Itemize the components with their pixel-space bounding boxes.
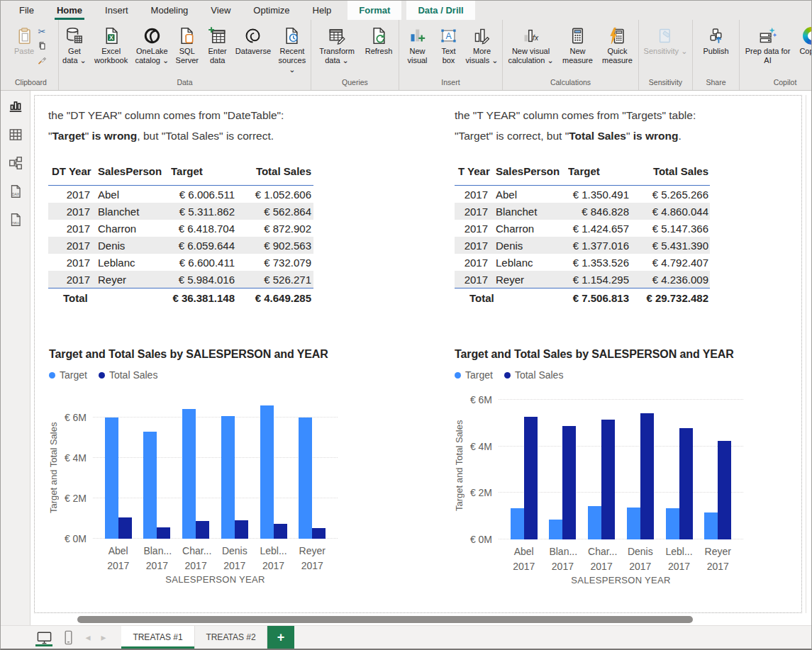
mobile-view-button[interactable] bbox=[56, 626, 80, 649]
ribbon-tab-help[interactable]: Help bbox=[301, 1, 343, 20]
bar-total-sales[interactable] bbox=[562, 426, 576, 539]
ribbon-tab-view[interactable]: View bbox=[199, 1, 242, 20]
bar-total-sales[interactable] bbox=[524, 417, 538, 539]
bar-total-sales[interactable] bbox=[640, 413, 654, 539]
bar-target[interactable] bbox=[627, 508, 640, 539]
new-page-button[interactable]: + bbox=[267, 626, 294, 649]
get-data-button[interactable]: Get data ⌄ bbox=[60, 23, 89, 67]
quick-measure-button[interactable]: Quick measure bbox=[598, 23, 638, 67]
cut-icon[interactable]: ✂ bbox=[35, 26, 48, 37]
enter-data-button[interactable]: Enter data bbox=[203, 23, 232, 67]
bar-total-sales[interactable] bbox=[601, 420, 615, 539]
ribbon-tab-insert[interactable]: Insert bbox=[94, 1, 140, 20]
ribbon-tab-home[interactable]: Home bbox=[45, 1, 94, 20]
chart-visual-1[interactable]: Target and Total Sales by SALESPERSON an… bbox=[42, 348, 361, 595]
table-row[interactable]: 2017Leblanc€ 1.353.526€ 4.792.407 bbox=[455, 254, 710, 271]
report-view-button[interactable] bbox=[6, 97, 25, 116]
dax-query-view-button[interactable]: DAX bbox=[6, 182, 25, 201]
bar-target[interactable] bbox=[182, 409, 196, 539]
bar-target[interactable] bbox=[105, 418, 118, 539]
bar-group bbox=[182, 409, 209, 539]
next-page-arrow[interactable]: ▸ bbox=[96, 625, 111, 649]
legend-item[interactable]: Total Sales bbox=[504, 369, 563, 381]
table-visual-1[interactable]: DT YearSalesPerson▲TargetTotal Sales2017… bbox=[48, 164, 313, 307]
bar-total-sales[interactable] bbox=[718, 441, 731, 539]
table-row[interactable]: 2017Abel€ 6.006.511€ 1.052.606 bbox=[48, 186, 313, 203]
onelake-catalog-button[interactable]: OneLake catalog ⌄ bbox=[133, 23, 171, 67]
prep-data-for-ai-button[interactable]: Prep data for AI bbox=[742, 23, 794, 67]
table-row[interactable]: 2017Charron€ 6.418.704€ 872.902 bbox=[48, 220, 313, 237]
column-header[interactable]: Target bbox=[568, 165, 630, 177]
legend-item[interactable]: Target bbox=[455, 369, 493, 381]
table-row[interactable]: 2017Blanchet€ 846.828€ 4.860.044 bbox=[455, 203, 710, 220]
column-header[interactable]: Target bbox=[171, 165, 236, 177]
excel-workbook-button[interactable]: X Excel workbook bbox=[90, 23, 133, 67]
bar-target[interactable] bbox=[143, 432, 157, 539]
bar-total-sales[interactable] bbox=[679, 428, 693, 539]
format-painter-icon[interactable] bbox=[35, 54, 48, 65]
publish-icon bbox=[706, 25, 725, 47]
bar-target[interactable] bbox=[260, 405, 274, 539]
bar-total-sales[interactable] bbox=[312, 528, 326, 539]
column-header[interactable]: DT Year bbox=[48, 165, 96, 177]
transform-data-button[interactable]: Transform data ⌄ bbox=[313, 23, 360, 67]
bar-target[interactable] bbox=[666, 508, 679, 539]
column-header[interactable]: Total Sales bbox=[630, 165, 710, 177]
ribbon-tab-data-drill[interactable]: Data / Drill bbox=[406, 1, 474, 20]
bar-total-sales[interactable] bbox=[235, 520, 248, 539]
bar-target[interactable] bbox=[588, 506, 601, 539]
bar-total-sales[interactable] bbox=[274, 524, 287, 539]
ribbon-tab-format[interactable]: Format bbox=[347, 1, 401, 20]
bar-total-sales[interactable] bbox=[157, 527, 170, 539]
bar-total-sales[interactable] bbox=[118, 517, 132, 539]
table-row[interactable]: 2017Charron€ 1.424.657€ 5.147.366 bbox=[455, 220, 710, 237]
report-page[interactable]: the "DT YEAR" column comes from "DateTab… bbox=[34, 95, 802, 613]
new-visual-calculation-button[interactable]: fx New visual calculation ⌄ bbox=[504, 23, 558, 67]
legend-item[interactable]: Target bbox=[49, 369, 87, 381]
copilot-button[interactable]: Copilot bbox=[795, 23, 812, 57]
ribbon-tab-optimize[interactable]: Optimize bbox=[242, 1, 301, 20]
table-cell: 2017 bbox=[48, 223, 96, 235]
table-row[interactable]: 2017Leblanc€ 6.600.411€ 732.079 bbox=[48, 254, 313, 271]
column-header[interactable]: SalesPerson▲ bbox=[494, 165, 568, 177]
sql-server-button[interactable]: SQL Server bbox=[172, 23, 202, 67]
ribbon-tab-modeling[interactable]: Modeling bbox=[140, 1, 200, 20]
table-row[interactable]: 2017Reyer€ 5.984.016€ 526.271 bbox=[48, 271, 313, 288]
table-row[interactable]: 2017Denis€ 6.059.644€ 902.563 bbox=[48, 237, 313, 254]
bar-target[interactable] bbox=[549, 520, 562, 539]
more-visuals-button[interactable]: More visuals ⌄ bbox=[464, 23, 501, 67]
table-row[interactable]: 2017Denis€ 1.377.016€ 5.431.390 bbox=[455, 237, 710, 254]
bar-total-sales[interactable] bbox=[196, 521, 209, 539]
dataverse-button[interactable]: Dataverse bbox=[233, 23, 274, 57]
page-tab-treatas-2[interactable]: TREATAS #2 bbox=[194, 626, 267, 649]
model-view-button[interactable] bbox=[6, 154, 25, 172]
ribbon-tab-file[interactable]: File bbox=[8, 1, 45, 20]
publish-button[interactable]: Publish bbox=[698, 23, 735, 57]
table-row[interactable]: 2017Reyer€ 1.154.295€ 4.236.009 bbox=[455, 271, 710, 288]
refresh-button[interactable]: Refresh bbox=[361, 23, 396, 57]
copy-icon[interactable] bbox=[35, 40, 48, 51]
desktop-view-button[interactable] bbox=[32, 626, 56, 649]
chart-visual-2[interactable]: Target and Total Sales by SALESPERSON an… bbox=[447, 348, 767, 595]
bar-target[interactable] bbox=[221, 416, 235, 539]
column-header[interactable]: Total Sales bbox=[236, 165, 313, 177]
tmdl-view-button[interactable]: TMDL bbox=[6, 211, 25, 229]
legend-item[interactable]: Total Sales bbox=[99, 369, 157, 381]
previous-page-arrow[interactable]: ◂ bbox=[80, 625, 96, 649]
table-row[interactable]: 2017Abel€ 1.350.491€ 5.265.266 bbox=[455, 186, 710, 203]
table-row[interactable]: 2017Blanchet€ 5.311.862€ 562.864 bbox=[48, 203, 313, 220]
table-visual-2[interactable]: T YearSalesPerson▲TargetTotal Sales2017A… bbox=[455, 164, 710, 307]
text-box-button[interactable]: A Text box bbox=[435, 23, 463, 67]
horizontal-scrollbar[interactable] bbox=[77, 616, 693, 623]
bar-target[interactable] bbox=[511, 508, 524, 539]
column-header[interactable]: SalesPerson▲ bbox=[96, 165, 171, 177]
bar-target[interactable] bbox=[704, 512, 718, 539]
recent-sources-button[interactable]: Recent sources ⌄ bbox=[274, 23, 310, 76]
bar-target[interactable] bbox=[299, 418, 312, 539]
new-visual-button[interactable]: New visual bbox=[401, 23, 434, 67]
vertical-scrollbar-track[interactable] bbox=[806, 95, 806, 613]
table-view-button[interactable] bbox=[6, 125, 25, 144]
column-header[interactable]: T Year bbox=[455, 165, 494, 177]
new-measure-button[interactable]: New measure bbox=[559, 23, 597, 67]
page-tab-treatas-1[interactable]: TREATAS #1 bbox=[121, 626, 194, 649]
